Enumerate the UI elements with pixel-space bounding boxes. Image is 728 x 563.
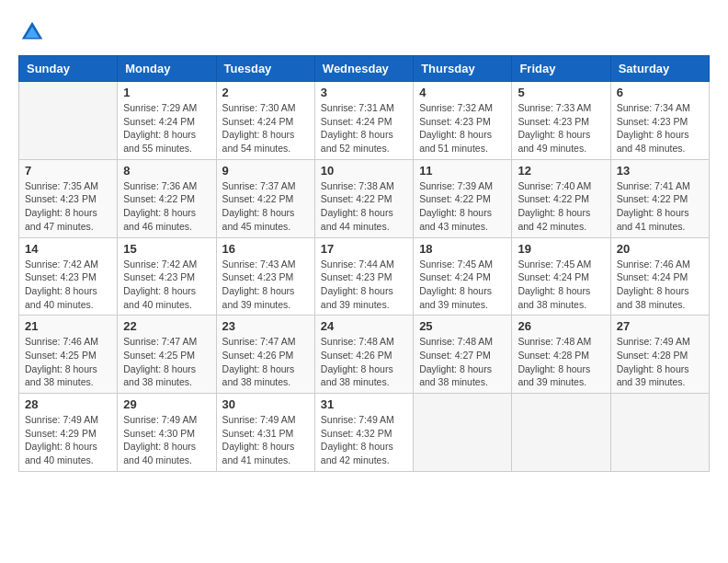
calendar-cell: 13Sunrise: 7:41 AMSunset: 4:22 PMDayligh… [610,159,709,237]
day-info: Sunrise: 7:48 AMSunset: 4:26 PMDaylight:… [321,335,407,389]
day-number: 8 [123,164,210,178]
calendar-cell: 26Sunrise: 7:48 AMSunset: 4:28 PMDayligh… [512,316,610,394]
day-number: 28 [25,397,111,411]
day-of-week-header: Sunday [19,56,118,82]
day-number: 20 [617,242,703,256]
day-info: Sunrise: 7:44 AMSunset: 4:23 PMDaylight:… [321,258,407,312]
calendar-cell: 25Sunrise: 7:48 AMSunset: 4:27 PMDayligh… [414,316,512,394]
day-number: 1 [123,86,210,99]
calendar-cell: 3Sunrise: 7:31 AMSunset: 4:24 PMDaylight… [314,82,413,160]
day-info: Sunrise: 7:31 AMSunset: 4:24 PMDaylight:… [321,101,407,155]
calendar-cell: 24Sunrise: 7:48 AMSunset: 4:26 PMDayligh… [314,316,413,394]
day-info: Sunrise: 7:47 AMSunset: 4:25 PMDaylight:… [123,335,210,389]
calendar-cell: 19Sunrise: 7:45 AMSunset: 4:24 PMDayligh… [512,237,610,316]
day-info: Sunrise: 7:48 AMSunset: 4:28 PMDaylight:… [518,335,604,389]
page-header [18,18,710,46]
calendar-week-row: 7Sunrise: 7:35 AMSunset: 4:23 PMDaylight… [19,159,710,237]
day-info: Sunrise: 7:43 AMSunset: 4:23 PMDaylight:… [222,258,309,312]
calendar-cell: 5Sunrise: 7:33 AMSunset: 4:23 PMDaylight… [512,82,610,160]
day-number: 16 [222,242,309,256]
day-info: Sunrise: 7:42 AMSunset: 4:23 PMDaylight:… [25,258,111,312]
day-info: Sunrise: 7:37 AMSunset: 4:22 PMDaylight:… [222,179,309,234]
calendar-cell: 27Sunrise: 7:49 AMSunset: 4:28 PMDayligh… [610,316,709,394]
day-of-week-header: Wednesday [314,56,413,82]
day-info: Sunrise: 7:49 AMSunset: 4:28 PMDaylight:… [617,335,703,389]
logo-icon [18,18,46,46]
day-number: 25 [419,319,506,333]
day-info: Sunrise: 7:29 AMSunset: 4:24 PMDaylight:… [123,101,210,155]
day-number: 3 [321,86,407,99]
day-number: 30 [222,397,309,411]
day-of-week-header: Tuesday [216,56,314,82]
calendar-cell: 22Sunrise: 7:47 AMSunset: 4:25 PMDayligh… [118,316,216,394]
day-info: Sunrise: 7:47 AMSunset: 4:26 PMDaylight:… [222,335,309,389]
day-info: Sunrise: 7:38 AMSunset: 4:22 PMDaylight:… [321,179,407,234]
day-number: 17 [321,242,407,256]
logo [18,18,50,46]
day-number: 12 [518,164,604,178]
day-info: Sunrise: 7:39 AMSunset: 4:22 PMDaylight:… [419,179,506,234]
calendar-cell [512,394,610,472]
day-number: 4 [419,86,506,99]
day-info: Sunrise: 7:45 AMSunset: 4:24 PMDaylight:… [518,258,604,312]
day-info: Sunrise: 7:46 AMSunset: 4:24 PMDaylight:… [617,258,703,312]
day-info: Sunrise: 7:49 AMSunset: 4:31 PMDaylight:… [222,413,309,467]
day-number: 6 [617,86,703,99]
calendar-cell: 9Sunrise: 7:37 AMSunset: 4:22 PMDaylight… [216,159,314,237]
calendar-cell: 8Sunrise: 7:36 AMSunset: 4:22 PMDaylight… [118,159,216,237]
calendar-cell: 17Sunrise: 7:44 AMSunset: 4:23 PMDayligh… [314,237,413,316]
day-number: 23 [222,319,309,333]
calendar-cell: 7Sunrise: 7:35 AMSunset: 4:23 PMDaylight… [19,159,118,237]
calendar-cell: 2Sunrise: 7:30 AMSunset: 4:24 PMDaylight… [216,82,314,160]
calendar-header-row: SundayMondayTuesdayWednesdayThursdayFrid… [19,56,710,82]
calendar-cell [19,82,118,160]
calendar-cell: 12Sunrise: 7:40 AMSunset: 4:22 PMDayligh… [512,159,610,237]
day-number: 31 [321,397,407,411]
calendar-cell: 30Sunrise: 7:49 AMSunset: 4:31 PMDayligh… [216,394,314,472]
calendar-cell: 14Sunrise: 7:42 AMSunset: 4:23 PMDayligh… [19,237,118,316]
day-info: Sunrise: 7:45 AMSunset: 4:24 PMDaylight:… [419,258,506,312]
day-info: Sunrise: 7:33 AMSunset: 4:23 PMDaylight:… [518,101,604,155]
calendar-cell: 18Sunrise: 7:45 AMSunset: 4:24 PMDayligh… [414,237,512,316]
day-number: 18 [419,242,506,256]
day-number: 21 [25,319,111,333]
day-info: Sunrise: 7:49 AMSunset: 4:30 PMDaylight:… [123,413,210,467]
day-number: 11 [419,164,506,178]
day-number: 27 [617,319,703,333]
day-number: 5 [518,86,604,99]
day-info: Sunrise: 7:46 AMSunset: 4:25 PMDaylight:… [25,335,111,389]
day-of-week-header: Monday [118,56,216,82]
calendar-cell: 4Sunrise: 7:32 AMSunset: 4:23 PMDaylight… [414,82,512,160]
calendar-week-row: 21Sunrise: 7:46 AMSunset: 4:25 PMDayligh… [19,316,710,394]
calendar-week-row: 28Sunrise: 7:49 AMSunset: 4:29 PMDayligh… [19,394,710,472]
day-number: 26 [518,319,604,333]
calendar-cell: 31Sunrise: 7:49 AMSunset: 4:32 PMDayligh… [314,394,413,472]
calendar-cell: 11Sunrise: 7:39 AMSunset: 4:22 PMDayligh… [414,159,512,237]
day-number: 14 [25,242,111,256]
calendar-week-row: 1Sunrise: 7:29 AMSunset: 4:24 PMDaylight… [19,82,710,160]
day-number: 9 [222,164,309,178]
calendar-table: SundayMondayTuesdayWednesdayThursdayFrid… [18,55,710,472]
day-number: 2 [222,86,309,99]
day-of-week-header: Saturday [610,56,709,82]
day-number: 22 [123,319,210,333]
calendar-cell: 23Sunrise: 7:47 AMSunset: 4:26 PMDayligh… [216,316,314,394]
day-number: 10 [321,164,407,178]
day-number: 24 [321,319,407,333]
calendar-cell: 15Sunrise: 7:42 AMSunset: 4:23 PMDayligh… [118,237,216,316]
day-number: 29 [123,397,210,411]
calendar-cell: 28Sunrise: 7:49 AMSunset: 4:29 PMDayligh… [19,394,118,472]
calendar-cell [610,394,709,472]
calendar-cell: 20Sunrise: 7:46 AMSunset: 4:24 PMDayligh… [610,237,709,316]
day-of-week-header: Thursday [414,56,512,82]
calendar-cell: 10Sunrise: 7:38 AMSunset: 4:22 PMDayligh… [314,159,413,237]
day-info: Sunrise: 7:40 AMSunset: 4:22 PMDaylight:… [518,179,604,234]
day-info: Sunrise: 7:34 AMSunset: 4:23 PMDaylight:… [617,101,703,155]
day-info: Sunrise: 7:32 AMSunset: 4:23 PMDaylight:… [419,101,506,155]
day-info: Sunrise: 7:35 AMSunset: 4:23 PMDaylight:… [25,179,111,234]
calendar-cell: 1Sunrise: 7:29 AMSunset: 4:24 PMDaylight… [118,82,216,160]
day-info: Sunrise: 7:49 AMSunset: 4:32 PMDaylight:… [321,413,407,467]
day-info: Sunrise: 7:30 AMSunset: 4:24 PMDaylight:… [222,101,309,155]
calendar-cell: 29Sunrise: 7:49 AMSunset: 4:30 PMDayligh… [118,394,216,472]
day-info: Sunrise: 7:49 AMSunset: 4:29 PMDaylight:… [25,413,111,467]
